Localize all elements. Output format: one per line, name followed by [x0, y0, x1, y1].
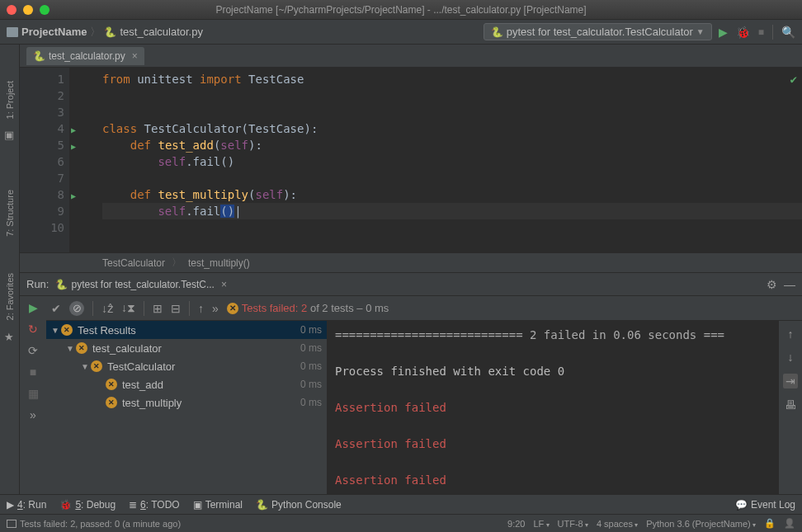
debug-tool-button[interactable]: 🐞5: Debug: [59, 499, 116, 511]
test-results-tree[interactable]: ▼ ✕ Test Results 0 ms ▼✕test_calculator0…: [46, 321, 327, 494]
editor-tab-label: test_calculator.py: [49, 50, 125, 62]
test-results-toolbar: ✔ ⊘ ↓ẑ ↓⧗ ⊞ ⊟ ↑ » ✕: [46, 296, 802, 321]
code-editor[interactable]: 1234▶5▶678▶910 from unittest import Test…: [20, 68, 802, 252]
caret-position[interactable]: 9:20: [507, 519, 525, 529]
sort-alphabetically-button[interactable]: ↓ẑ: [101, 302, 113, 315]
run-left-toolbar: ▶ ↻ ⟳ ■ ▦ »: [20, 296, 46, 494]
editor-tabs: test_calculator.py ×: [20, 45, 802, 68]
run-panel-tab[interactable]: pytest for test_calculator.TestC... ×: [55, 279, 226, 290]
toggle-auto-test-button[interactable]: ⟳: [28, 344, 38, 357]
stop-button: ■: [758, 26, 764, 38]
code-breadcrumb: TestCalculator 〉 test_multiply(): [20, 252, 802, 272]
project-tool-window-tab[interactable]: 1: Project: [3, 78, 17, 122]
breadcrumb-method[interactable]: test_multiply(): [188, 257, 250, 269]
maximize-window-button[interactable]: [40, 5, 50, 15]
read-only-icon[interactable]: [764, 518, 776, 529]
close-run-tab-button[interactable]: ×: [221, 279, 227, 290]
status-bar-icon[interactable]: [7, 520, 17, 528]
run-settings-button[interactable]: ⚙: [767, 278, 777, 291]
test-console-output[interactable]: =========================== 2 failed in …: [327, 321, 779, 494]
show-ignored-button[interactable]: ⊘: [69, 301, 84, 316]
run-configuration-selector[interactable]: pytest for test_calculator.TestCalculato…: [484, 23, 712, 40]
debug-button[interactable]: 🐞: [736, 26, 750, 39]
more-actions-button[interactable]: »: [30, 408, 36, 421]
tree-item-time: 0 ms: [300, 342, 322, 354]
project-tool-icon[interactable]: ▣: [4, 129, 16, 140]
breadcrumb-file-label: test_calculator.py: [120, 26, 202, 38]
interpreter-selector[interactable]: Python 3.6 (ProjectName): [646, 519, 756, 529]
console-exit-line: Process finished with exit code 0: [335, 365, 564, 378]
editor-tab-test-calculator[interactable]: test_calculator.py ×: [26, 47, 144, 65]
rerun-failed-button[interactable]: ↻: [28, 322, 38, 336]
run-button[interactable]: ▶: [719, 26, 728, 39]
console-right-toolbar: ↑ ↓ ⇥ 🖶: [779, 321, 802, 494]
inspection-ok-icon: ✔: [790, 73, 797, 86]
scroll-up-button[interactable]: ↑: [788, 327, 794, 341]
close-tab-button[interactable]: ×: [132, 50, 138, 62]
event-log-button[interactable]: 💬Event Log: [735, 499, 795, 511]
run-panel-tab-label: pytest for test_calculator.TestC...: [71, 279, 214, 290]
minimize-run-panel-button[interactable]: —: [784, 278, 795, 291]
tree-item[interactable]: ✕test_multiply0 ms: [46, 393, 327, 412]
tree-root-label: Test Results: [78, 324, 300, 337]
breadcrumb: ProjectName 〉 test_calculator.py: [7, 25, 484, 40]
indent-selector[interactable]: 4 spaces: [597, 519, 638, 529]
print-button[interactable]: 🖶: [785, 398, 796, 412]
sort-by-duration-button[interactable]: ↓⧗: [121, 301, 135, 315]
rerun-button[interactable]: ▶: [29, 301, 38, 314]
more-actions-button[interactable]: »: [212, 302, 219, 315]
fail-icon: ✕: [106, 379, 117, 390]
breadcrumb-project[interactable]: ProjectName: [7, 26, 87, 38]
code-with-me-icon[interactable]: [784, 518, 795, 529]
folder-icon: [7, 27, 18, 37]
tree-item[interactable]: ✕test_add0 ms: [46, 375, 327, 393]
breadcrumb-class[interactable]: TestCalculator: [102, 257, 165, 269]
tree-root-time: 0 ms: [300, 324, 322, 336]
show-passed-button[interactable]: ✔: [51, 302, 61, 315]
search-everywhere-button[interactable]: 🔍: [781, 26, 795, 39]
fail-icon: ✕: [76, 342, 87, 354]
status-message: Tests failed: 2, passed: 0 (a minute ago…: [20, 519, 181, 529]
console-assertion: Assertion failed: [335, 437, 446, 450]
expand-arrow-icon[interactable]: ▼: [51, 326, 59, 335]
encoding-selector[interactable]: UTF-8: [558, 519, 588, 529]
editor-gutter: 1234▶5▶678▶910: [20, 68, 69, 252]
favorites-tool-window-tab[interactable]: 2: Favorites: [3, 270, 17, 323]
run-tool-button[interactable]: ▶4: Run: [7, 499, 46, 511]
soft-wrap-button[interactable]: ⇥: [783, 374, 798, 388]
python-console-tool-button[interactable]: Python Console: [256, 499, 342, 511]
close-window-button[interactable]: [7, 5, 17, 15]
previous-failed-test-button[interactable]: ↑: [198, 302, 204, 315]
tree-item-time: 0 ms: [300, 379, 322, 390]
breadcrumb-file[interactable]: test_calculator.py: [104, 26, 202, 38]
toolbar-separator: [92, 301, 93, 316]
left-tool-window-bar: 1: Project ▣ 7: Structure 2: Favorites ★: [0, 45, 20, 494]
tests-status-label: ✕ Tests failed: 2 of 2 tests – 0 ms: [227, 302, 389, 314]
expand-arrow-icon[interactable]: ▼: [66, 344, 74, 353]
breadcrumb-separator: 〉: [90, 25, 101, 40]
fail-icon: ✕: [106, 397, 117, 408]
scroll-down-button[interactable]: ↓: [788, 351, 794, 364]
tree-item[interactable]: ▼✕TestCalculator0 ms: [46, 357, 327, 375]
line-separator-selector[interactable]: LF: [533, 519, 549, 529]
structure-tool-window-tab[interactable]: 7: Structure: [3, 186, 17, 240]
tree-root[interactable]: ▼ ✕ Test Results 0 ms: [46, 321, 327, 339]
todo-tool-button[interactable]: ≣6: TODO: [129, 499, 180, 511]
toolbar-separator: [189, 301, 190, 316]
editor-content[interactable]: from unittest import TestCase class Test…: [69, 68, 802, 252]
tree-item[interactable]: ▼✕test_calculator0 ms: [46, 339, 327, 357]
terminal-tool-button[interactable]: ▣Terminal: [193, 499, 243, 511]
window-title: ProjectName [~/PycharmProjects/ProjectNa…: [215, 4, 586, 16]
run-panel-title: Run:: [26, 278, 49, 290]
breadcrumb-project-label: ProjectName: [21, 26, 87, 38]
console-separator: =========================== 2 failed in …: [335, 328, 724, 341]
collapse-all-button[interactable]: ⊟: [171, 302, 181, 315]
favorites-star-icon[interactable]: ★: [4, 331, 16, 342]
expand-arrow-icon[interactable]: ▼: [81, 362, 89, 371]
breadcrumb-separator: 〉: [172, 256, 182, 270]
status-bar: Tests failed: 2, passed: 0 (a minute ago…: [0, 514, 802, 532]
minimize-window-button[interactable]: [23, 5, 33, 15]
run-panel-header: Run: pytest for test_calculator.TestC...…: [20, 273, 802, 296]
console-assertion: Assertion failed: [335, 401, 446, 414]
expand-all-button[interactable]: ⊞: [153, 302, 163, 315]
